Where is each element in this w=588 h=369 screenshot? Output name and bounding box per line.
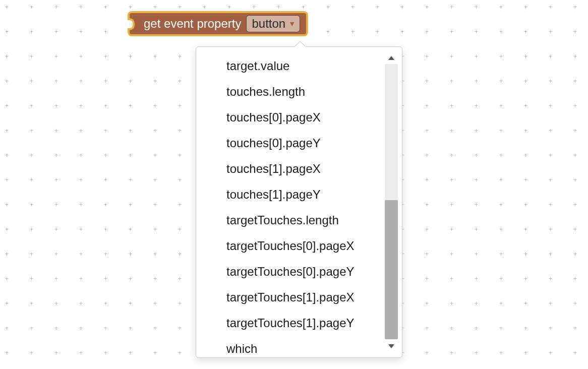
menu-item[interactable]: targetTouches[0].pageY <box>226 259 385 284</box>
scroll-down-icon[interactable] <box>388 344 394 348</box>
menu-item[interactable]: which <box>226 336 385 357</box>
menu-item[interactable]: touches[1].pageX <box>226 156 385 181</box>
menu-item[interactable]: targetTouches[1].pageY <box>226 310 385 336</box>
menu-pointer <box>294 41 305 47</box>
menu-item[interactable]: target.value <box>226 53 385 79</box>
property-dropdown-menu: target.value touches.length touches[0].p… <box>196 46 402 358</box>
menu-item[interactable]: targetTouches[0].pageX <box>226 233 385 259</box>
menu-item[interactable]: targetTouches[1].pageX <box>226 284 385 310</box>
menu-item[interactable]: targetTouches.length <box>226 207 385 233</box>
chevron-down-icon: ▼ <box>288 20 296 28</box>
get-event-property-block[interactable]: get event property button ▼ <box>128 11 308 36</box>
menu-item[interactable]: touches.length <box>226 79 385 104</box>
block-connector-notch <box>128 18 135 30</box>
menu-item[interactable]: touches[1].pageY <box>226 181 385 207</box>
scrollbar-thumb[interactable] <box>385 200 398 339</box>
menu-list: target.value touches.length touches[0].p… <box>196 47 385 357</box>
scrollbar-track[interactable] <box>385 64 398 339</box>
property-dropdown-button[interactable]: button ▼ <box>246 15 300 32</box>
menu-item[interactable]: touches[0].pageX <box>226 104 385 130</box>
dropdown-selected-value: button <box>252 17 285 31</box>
menu-scrollbar[interactable] <box>385 47 402 357</box>
menu-item[interactable]: touches[0].pageY <box>226 130 385 156</box>
block-label: get event property <box>144 17 241 31</box>
scroll-up-icon[interactable] <box>388 56 394 60</box>
